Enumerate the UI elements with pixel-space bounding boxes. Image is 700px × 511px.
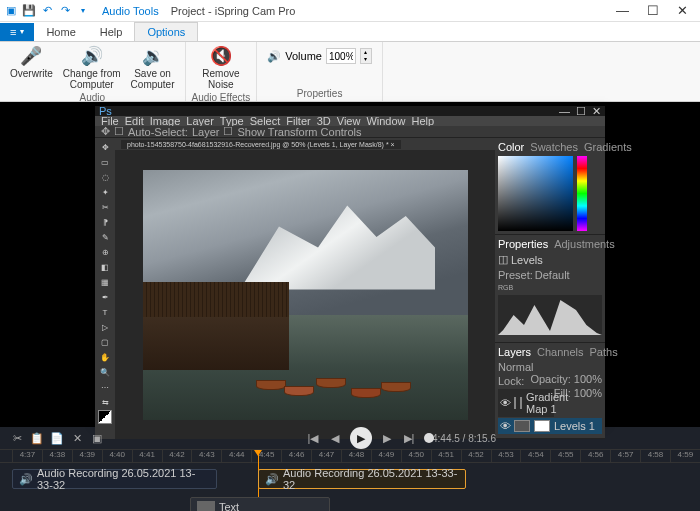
clone-tool[interactable]: ⊕ xyxy=(98,245,112,259)
delete-icon[interactable]: ✕ xyxy=(70,431,84,445)
channel-select[interactable]: RGB xyxy=(498,284,602,291)
ribbon-tabs: ≡ ▾ Home Help Options xyxy=(0,22,700,42)
adjustments-tab[interactable]: Adjustments xyxy=(554,238,615,250)
clip-label: Audio Recording 26.05.2021 13-33-32 xyxy=(283,467,459,491)
tab-home[interactable]: Home xyxy=(34,23,87,41)
ribbon: 🎤 Overwrite 🔊 Change from Computer 🔉 Sav… xyxy=(0,42,700,102)
change-from-computer-button[interactable]: 🔊 Change from Computer xyxy=(59,44,125,92)
audio-clip[interactable]: 🔊 Audio Recording 26.05.2021 13-33-32 xyxy=(12,469,217,489)
crop-icon[interactable]: ▣ xyxy=(90,431,104,445)
paste-icon[interactable]: 📄 xyxy=(50,431,64,445)
fill-value[interactable]: 100% xyxy=(574,387,602,399)
ruler-tick: 4:48 xyxy=(341,450,371,462)
auto-select-label: Auto-Select: xyxy=(128,126,188,138)
marquee-tool[interactable]: ▭ xyxy=(98,155,112,169)
ruler-tick: 4:59 xyxy=(670,450,700,462)
lasso-tool[interactable]: ◌ xyxy=(98,170,112,184)
histogram[interactable] xyxy=(498,295,602,335)
remove-noise-button[interactable]: 🔇 Remove Noise xyxy=(198,44,243,92)
audio-clip-selected[interactable]: 🔊 Audio Recording 26.05.2021 13-33-32 xyxy=(258,469,466,489)
ps-document-tab[interactable]: photo-1545358750-4fa681532916-Recovered.… xyxy=(115,138,495,150)
blend-mode[interactable]: Normal xyxy=(498,361,533,373)
color-tab[interactable]: Color xyxy=(498,141,524,153)
hand-tool[interactable]: ✋ xyxy=(98,350,112,364)
eyedropper-tool[interactable]: ⁋ xyxy=(98,215,112,229)
preview-area: Ps ―☐✕ File Edit Image Layer Type Select… xyxy=(0,102,700,427)
type-tool[interactable]: T xyxy=(98,305,112,319)
brush-tool[interactable]: ✎ xyxy=(98,230,112,244)
hue-slider[interactable] xyxy=(577,156,587,231)
clip-label: Text xyxy=(219,501,239,511)
volume-icon: 🔊 xyxy=(267,50,281,63)
more-tool[interactable]: ⋯ xyxy=(98,380,112,394)
swap-colors-icon[interactable]: ⇆ xyxy=(98,395,112,409)
title-bar: ▣ 💾 ↶ ↷ ▾ Audio Tools Project - iSpring … xyxy=(0,0,700,22)
transform-controls-label: Show Transform Controls xyxy=(237,126,361,138)
ruler-tick: 4:57 xyxy=(610,450,640,462)
save-label: Save on Computer xyxy=(131,68,175,90)
minimize-button[interactable]: ― xyxy=(616,3,629,18)
tab-help[interactable]: Help xyxy=(88,23,135,41)
ruler-tick: 4:52 xyxy=(461,450,491,462)
skip-end-icon[interactable]: ▶| xyxy=(402,431,416,445)
ruler-tick: 4:44 xyxy=(221,450,251,462)
properties-tab[interactable]: Properties xyxy=(498,238,548,250)
move-tool-icon: ✥ xyxy=(101,125,110,138)
volume-input[interactable] xyxy=(326,48,356,64)
path-tool[interactable]: ▷ xyxy=(98,320,112,334)
save-icon[interactable]: 💾 xyxy=(22,4,36,18)
time-ruler[interactable]: 4:374:384:394:404:414:424:434:444:454:46… xyxy=(0,449,700,463)
play-button[interactable]: ▶ xyxy=(350,427,372,449)
prev-icon[interactable]: ◀ xyxy=(328,431,342,445)
time-display: 4:44.5 / 8:15.6 xyxy=(432,433,496,444)
volume-spinner[interactable]: ▴▾ xyxy=(360,48,372,64)
wand-tool[interactable]: ✦ xyxy=(98,185,112,199)
ps-options-bar: ✥ ☐ Auto-Select: Layer ☐ Show Transform … xyxy=(95,126,605,138)
text-thumb xyxy=(197,501,215,511)
ruler-tick: 4:51 xyxy=(431,450,461,462)
close-button[interactable]: ✕ xyxy=(677,3,688,18)
shape-tool[interactable]: ▢ xyxy=(98,335,112,349)
skip-start-icon[interactable]: |◀ xyxy=(306,431,320,445)
move-tool[interactable]: ✥ xyxy=(98,140,112,154)
app-menu[interactable]: ≡ ▾ xyxy=(0,23,34,41)
audio-icon: 🔊 xyxy=(265,473,279,486)
remove-noise-label: Remove Noise xyxy=(202,68,239,90)
timeline-panel: ✂ 📋 📄 ✕ ▣ |◀ ◀ ▶ ▶ ▶| 4:44.5 / 8:15.6 4:… xyxy=(0,427,700,511)
visibility-icon[interactable]: 👁 xyxy=(500,397,510,409)
ruler-tick: 4:56 xyxy=(580,450,610,462)
ps-menubar: File Edit Image Layer Type Select Filter… xyxy=(95,116,605,126)
undo-icon[interactable]: ↶ xyxy=(40,4,54,18)
preset-value[interactable]: Default xyxy=(535,269,570,281)
tab-options[interactable]: Options xyxy=(134,22,198,41)
crop-tool[interactable]: ✂ xyxy=(98,200,112,214)
ps-canvas[interactable] xyxy=(115,150,495,439)
cut-icon[interactable]: ✂ xyxy=(10,431,24,445)
opacity-value[interactable]: 100% xyxy=(574,373,602,385)
fg-bg-swatch[interactable] xyxy=(98,410,112,424)
next-icon[interactable]: ▶ xyxy=(380,431,394,445)
overwrite-button[interactable]: 🎤 Overwrite xyxy=(6,44,57,92)
ruler-tick: 4:53 xyxy=(491,450,521,462)
layers-tab[interactable]: Layers xyxy=(498,346,531,358)
auto-select-value[interactable]: Layer xyxy=(192,126,220,138)
ruler-tick: 4:39 xyxy=(72,450,102,462)
text-clip[interactable]: Text xyxy=(190,497,330,511)
maximize-button[interactable]: ☐ xyxy=(647,3,659,18)
qat-dropdown-icon[interactable]: ▾ xyxy=(76,4,90,18)
layer-row[interactable]: 👁 Gradient Map 1 xyxy=(498,389,554,417)
pen-tool[interactable]: ✒ xyxy=(98,290,112,304)
channels-tab[interactable]: Channels xyxy=(537,346,583,358)
redo-icon[interactable]: ↷ xyxy=(58,4,72,18)
tracks-area[interactable]: 🔊 Audio Recording 26.05.2021 13-33-32 🔊 … xyxy=(0,463,700,511)
paths-tab[interactable]: Paths xyxy=(590,346,618,358)
copy-icon[interactable]: 📋 xyxy=(30,431,44,445)
levels-icon: ◫ xyxy=(498,253,508,266)
save-on-computer-button[interactable]: 🔉 Save on Computer xyxy=(127,44,179,92)
swatches-tab[interactable]: Swatches xyxy=(530,141,578,153)
eraser-tool[interactable]: ◧ xyxy=(98,260,112,274)
zoom-tool[interactable]: 🔍 xyxy=(98,365,112,379)
color-picker[interactable] xyxy=(498,156,602,231)
gradients-tab[interactable]: Gradients xyxy=(584,141,632,153)
gradient-tool[interactable]: ▦ xyxy=(98,275,112,289)
